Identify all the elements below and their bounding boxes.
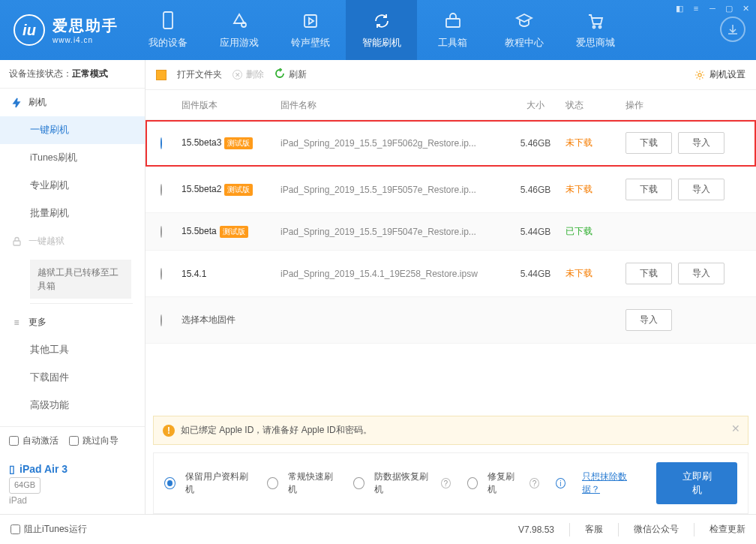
- firmware-name: iPad_Spring_2019_15.5_19F5062g_Restore.i…: [280, 138, 506, 149]
- jailbreak-moved-notice: 越狱工具已转移至工具箱: [30, 260, 131, 299]
- gear-icon: [694, 70, 705, 80]
- firmware-status: 未下载: [566, 267, 626, 280]
- app-url: www.i4.cn: [52, 36, 118, 44]
- sidebar-item-itunes-flash[interactable]: iTunes刷机: [0, 144, 145, 172]
- firmware-name: iPad_Spring_2019_15.5_19F5057e_Restore.i…: [280, 185, 506, 195]
- sidebar-item-oneclick-flash[interactable]: 一键刷机: [0, 116, 145, 144]
- svg-rect-5: [446, 19, 460, 27]
- folder-icon: [156, 70, 166, 80]
- window-controls: ◧ ≡ ─ ▢ ✕: [674, 3, 752, 14]
- sidebar-item-pro-flash[interactable]: 专业刷机: [0, 172, 145, 200]
- erase-data-link[interactable]: 只想抹除数据？: [582, 470, 640, 496]
- firmware-status: 未下载: [566, 183, 626, 196]
- table-row[interactable]: 选择本地固件导入: [146, 297, 756, 344]
- sidebar-item-download-firmware[interactable]: 下载固件: [0, 364, 145, 392]
- wechat-link[interactable]: 微信公众号: [634, 523, 679, 536]
- check-update-link[interactable]: 检查更新: [710, 523, 746, 536]
- nav-tutorials[interactable]: 教程中心: [488, 0, 560, 60]
- table-row[interactable]: 15.4.1iPad_Spring_2019_15.4.1_19E258_Res…: [146, 251, 756, 297]
- auto-activate-checkbox[interactable]: 自动激活: [9, 434, 58, 447]
- download-manager-icon[interactable]: [720, 17, 746, 42]
- firmware-size: 5.46GB: [506, 185, 566, 195]
- firmware-size: 5.44GB: [506, 227, 566, 237]
- nav-my-device[interactable]: 我的设备: [132, 0, 203, 60]
- firmware-status: 未下载: [566, 137, 626, 149]
- delete-button[interactable]: ✕删除: [232, 68, 264, 81]
- minimize-icon[interactable]: ─: [706, 3, 718, 14]
- import-button[interactable]: 导入: [678, 132, 724, 154]
- sidebar-item-batch-flash[interactable]: 批量刷机: [0, 200, 145, 227]
- maximize-icon[interactable]: ▢: [723, 3, 735, 14]
- firmware-list: 15.5beta3测试版iPad_Spring_2019_15.5_19F506…: [146, 120, 756, 344]
- firmware-name: iPad_Spring_2019_15.5_19F5047e_Restore.i…: [280, 227, 506, 237]
- warning-icon: !: [163, 425, 175, 437]
- beta-badge: 测试版: [224, 184, 253, 196]
- sidebar-item-advanced[interactable]: 高级功能: [0, 392, 145, 419]
- import-button[interactable]: 导入: [678, 263, 724, 284]
- sidebar: 设备连接状态：正常模式 刷机 一键刷机 iTunes刷机 专业刷机 批量刷机 一…: [0, 60, 146, 514]
- delete-icon: ✕: [232, 70, 242, 80]
- version-label: V7.98.53: [518, 524, 554, 535]
- import-button[interactable]: 导入: [678, 179, 724, 200]
- table-row[interactable]: 15.5beta2测试版iPad_Spring_2019_15.5_19F505…: [146, 167, 756, 213]
- lock-icon: [10, 236, 22, 248]
- svg-rect-0: [164, 12, 172, 29]
- menu-icon[interactable]: ≡: [690, 3, 702, 14]
- beta-badge: 测试版: [224, 137, 253, 149]
- flash-now-button[interactable]: 立即刷机: [656, 462, 737, 504]
- firmware-name: iPad_Spring_2019_15.4.1_19E258_Restore.i…: [280, 269, 506, 279]
- download-button[interactable]: 下载: [626, 132, 672, 154]
- nav-flash[interactable]: 智能刷机: [346, 0, 417, 60]
- row-radio[interactable]: [160, 184, 162, 196]
- opt-anti-recovery[interactable]: 防数据恢复刷机 ?: [353, 470, 450, 496]
- table-row[interactable]: 15.5beta测试版iPad_Spring_2019_15.5_19F5047…: [146, 213, 756, 251]
- refresh-button[interactable]: 刷新: [274, 68, 307, 81]
- skip-guide-checkbox[interactable]: 跳过向导: [69, 434, 118, 447]
- nav-toolbox[interactable]: 工具箱: [417, 0, 488, 60]
- svg-point-7: [598, 26, 601, 29]
- flash-options-bar: 保留用户资料刷机 常规快速刷机 防数据恢复刷机 ? 修复刷机 ? i 只想抹除数…: [153, 452, 748, 514]
- block-itunes-checkbox[interactable]: 阻止iTunes运行: [10, 523, 87, 536]
- flash-settings-button[interactable]: 刷机设置: [694, 68, 746, 81]
- row-radio[interactable]: [160, 268, 162, 280]
- refresh-icon: [274, 68, 285, 81]
- device-info[interactable]: ▯iPad Air 3 64GB iPad: [0, 455, 145, 514]
- row-radio[interactable]: [160, 137, 162, 149]
- skin-icon[interactable]: ◧: [674, 3, 686, 14]
- toolbar: 打开文件夹 ✕删除 刷新 刷机设置: [146, 60, 756, 90]
- help-icon[interactable]: ?: [441, 478, 451, 488]
- opt-keep-data[interactable]: 保留用户资料刷机: [164, 470, 250, 496]
- help-icon[interactable]: ?: [530, 478, 539, 488]
- table-row[interactable]: 15.5beta3测试版iPad_Spring_2019_15.5_19F506…: [146, 120, 756, 167]
- alert-close-icon[interactable]: ✕: [731, 422, 740, 434]
- info-icon[interactable]: i: [556, 478, 566, 488]
- connection-status: 设备连接状态：正常模式: [0, 60, 145, 89]
- import-button[interactable]: 导入: [626, 309, 672, 331]
- close-icon[interactable]: ✕: [740, 3, 752, 14]
- flash-icon: [10, 97, 22, 109]
- row-radio[interactable]: [160, 314, 162, 326]
- sidebar-item-other-tools[interactable]: 其他工具: [0, 336, 145, 364]
- svg-marker-4: [309, 18, 314, 24]
- download-button[interactable]: 下载: [626, 263, 672, 284]
- firmware-size: 5.44GB: [506, 269, 566, 279]
- sidebar-group-more[interactable]: ≡ 更多: [0, 308, 145, 336]
- open-folder-button[interactable]: 打开文件夹: [177, 68, 222, 81]
- sidebar-group-jailbreak: 一键越狱: [0, 227, 145, 255]
- row-radio[interactable]: [160, 226, 162, 238]
- app-logo: iu 爱思助手 www.i4.cn: [0, 14, 132, 46]
- nav-store[interactable]: 爱思商城: [560, 0, 631, 60]
- support-link[interactable]: 客服: [585, 523, 603, 536]
- device-icon: ▯: [9, 461, 15, 477]
- svg-point-6: [592, 26, 595, 29]
- sidebar-group-flash[interactable]: 刷机: [0, 89, 145, 116]
- apple-id-alert: ! 如已绑定 Apple ID，请准备好 Apple ID和密码。 ✕: [153, 416, 748, 445]
- select-local-firmware[interactable]: 选择本地固件: [182, 314, 506, 326]
- nav-ringtones[interactable]: 铃声壁纸: [274, 0, 346, 60]
- opt-normal[interactable]: 常规快速刷机: [267, 470, 337, 496]
- opt-repair[interactable]: 修复刷机 ?: [467, 470, 539, 496]
- download-button[interactable]: 下载: [626, 179, 672, 200]
- titlebar: ◧ ≡ ─ ▢ ✕ iu 爱思助手 www.i4.cn 我的设备 应用游戏 铃声…: [0, 0, 756, 60]
- status-bar: 阻止iTunes运行 V7.98.53 客服 微信公众号 检查更新: [0, 514, 756, 544]
- nav-apps[interactable]: 应用游戏: [203, 0, 274, 60]
